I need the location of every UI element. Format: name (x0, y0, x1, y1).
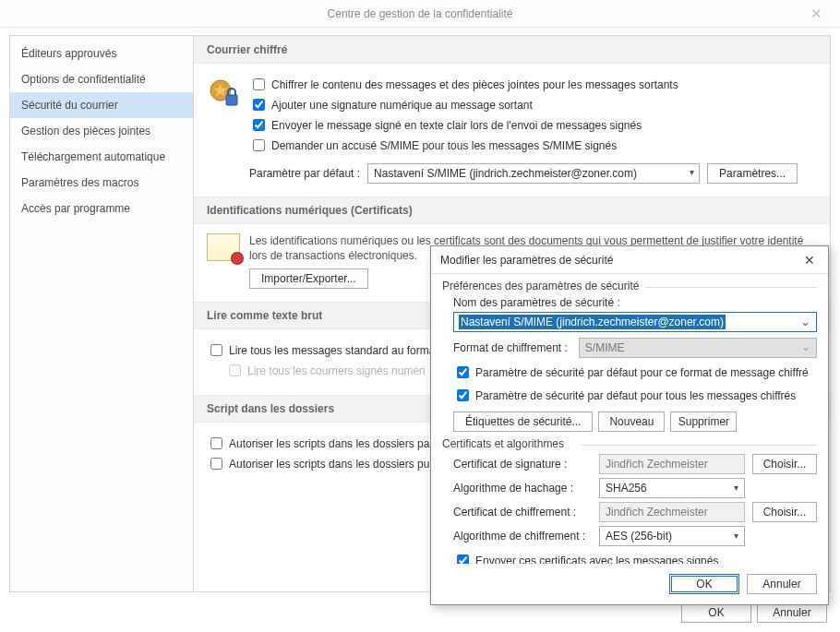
crypt-format-value: S/MIME (585, 341, 625, 354)
hash-algo-label: Algorithme de hachage : (453, 482, 592, 495)
window-close-button[interactable]: ✕ (798, 2, 834, 26)
sidebar-item-email-security[interactable]: Sécurité du courrier (10, 92, 193, 118)
hash-algo-combo[interactable]: SHA256 (599, 478, 745, 498)
checkbox-request-smime-receipt[interactable] (253, 139, 265, 151)
label-default-for-format: Paramètre de sécurité par défaut pour ce… (475, 366, 809, 379)
import-export-button[interactable]: Importer/Exporter... (249, 268, 368, 289)
encryption-algo-value: AES (256-bit) (606, 530, 672, 543)
main-ok-button[interactable]: OK (681, 602, 751, 623)
checkbox-read-standard-plain[interactable] (210, 344, 222, 356)
default-setting-value: Nastavení S/MIME (jindrich.zechmeister@z… (374, 167, 637, 180)
encryption-cert-value: Jindřich Zechmeister (606, 506, 708, 519)
sidebar-item-trusted-publishers[interactable]: Éditeurs approuvés (10, 41, 193, 66)
checkbox-send-cleartext-signed[interactable] (253, 119, 265, 131)
settings-button[interactable]: Paramètres... (707, 163, 798, 184)
label-read-signed-plain: Lire tous les courriers signés numéri (247, 364, 426, 377)
checkbox-send-certs-with-signed[interactable] (457, 554, 469, 564)
signing-cert-value: Jindřich Zechmeister (606, 458, 708, 471)
modal-titlebar: Modifier les paramètres de sécurité ✕ (431, 246, 828, 274)
sidebar-item-automatic-download[interactable]: Téléchargement automatique (10, 144, 193, 170)
default-setting-dropdown[interactable]: Nastavení S/MIME (jindrich.zechmeister@z… (367, 163, 700, 184)
label-send-certs-with-signed: Envoyer ces certificats avec les message… (475, 554, 718, 565)
svg-rect-1 (226, 95, 237, 105)
window-titlebar: Centre de gestion de la confidentialité … (0, 0, 840, 28)
signing-cert-label: Certificat de signature : (453, 458, 592, 471)
group-certs-label: Certificats et algorithmes (442, 437, 817, 450)
sidebar-item-macro-settings[interactable]: Paramètres des macros (10, 170, 193, 196)
sidebar-item-attachment-handling[interactable]: Gestion des pièces jointes (10, 118, 193, 144)
modal-close-button[interactable]: ✕ (797, 251, 822, 269)
checkbox-add-digital-signature[interactable] (253, 99, 265, 111)
choose-encryption-cert-button[interactable]: Choisir... (752, 502, 817, 522)
encryption-algo-label: Algorithme de chiffrement : (453, 530, 592, 543)
certificate-document-icon (207, 233, 240, 261)
modal-footer: OK Annuler (431, 564, 828, 604)
label-default-for-all: Paramètre de sécurité par défaut pour to… (475, 389, 796, 402)
main-cancel-button[interactable]: Annuler (757, 602, 827, 623)
label-allow-shared-folder-script: Autoriser les scripts dans les dossiers … (229, 437, 442, 450)
signing-cert-field: Jindřich Zechmeister (599, 454, 745, 474)
label-add-digital-signature: Ajouter une signature numérique au messa… (271, 99, 533, 112)
modify-security-settings-dialog: Modifier les paramètres de sécurité ✕ Pr… (430, 245, 829, 605)
label-allow-public-folder-script: Autoriser les scripts dans les dossiers … (229, 458, 438, 471)
modal-cancel-button[interactable]: Annuler (747, 574, 817, 594)
encryption-algo-combo[interactable]: AES (256-bit) (599, 526, 745, 546)
certificate-lock-icon (207, 77, 240, 110)
crypt-format-label: Format de chiffrement : (453, 341, 568, 354)
encryption-cert-field: Jindřich Zechmeister (599, 502, 745, 522)
choose-signing-cert-button[interactable]: Choisir... (752, 454, 817, 474)
checkbox-read-signed-plain (229, 364, 241, 376)
new-button[interactable]: Nouveau (598, 411, 665, 432)
label-encrypt-outgoing: Chiffrer le contenu des messages et des … (271, 78, 678, 91)
checkbox-default-for-all[interactable] (457, 389, 469, 401)
encryption-cert-label: Certificat de chiffrement : (453, 506, 592, 519)
checkbox-encrypt-outgoing[interactable] (253, 78, 265, 90)
security-settings-name-label: Nom des paramètres de sécurité : (453, 296, 817, 309)
section-header-encrypted-mail: Courrier chiffré (194, 36, 830, 64)
security-labels-button[interactable]: Étiquettes de sécurité... (453, 411, 593, 432)
label-default-setting: Paramètre par défaut : (249, 167, 360, 180)
delete-button[interactable]: Supprimer (670, 411, 737, 432)
label-send-cleartext-signed: Envoyer le message signé en texte clair … (271, 119, 642, 132)
label-request-smime-receipt: Demander un accusé S/MIME pour tous les … (271, 139, 617, 152)
sidebar: Éditeurs approuvés Options de confidenti… (9, 35, 194, 592)
section-header-digital-ids: Identifications numériques (Certificats) (194, 197, 830, 224)
checkbox-allow-shared-folder-script[interactable] (210, 437, 222, 449)
modal-ok-button[interactable]: OK (669, 574, 739, 594)
modal-title-text: Modifier les paramètres de sécurité (440, 254, 613, 267)
checkbox-allow-public-folder-script[interactable] (210, 458, 222, 470)
crypt-format-combo: S/MIME (579, 338, 817, 358)
sidebar-item-programmatic-access[interactable]: Accès par programme (10, 196, 193, 221)
security-settings-name-combo[interactable]: Nastavení S/MIME (jindrich.zechmeister@z… (453, 312, 817, 332)
sidebar-item-privacy-options[interactable]: Options de confidentialité (10, 66, 193, 92)
checkbox-default-for-format[interactable] (457, 366, 469, 378)
security-settings-name-value: Nastavení S/MIME (jindrich.zechmeister@z… (459, 315, 726, 329)
window-title: Centre de gestion de la confidentialité (328, 7, 513, 20)
label-read-standard-plain: Lire tous les messages standard au forma… (229, 344, 438, 357)
hash-algo-value: SHA256 (606, 482, 647, 495)
group-preferences-label: Préférences des paramètres de sécurité (442, 280, 817, 292)
